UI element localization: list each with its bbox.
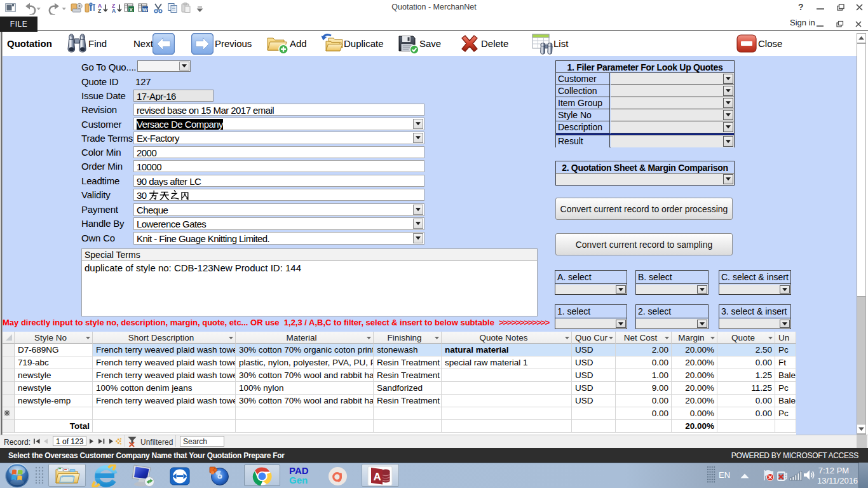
svg-text:A: A <box>112 8 116 14</box>
svg-text:Z: Z <box>98 8 101 14</box>
svg-text:A: A <box>374 471 381 483</box>
svg-text:X: X <box>130 7 133 13</box>
svg-text:W: W <box>143 7 148 13</box>
